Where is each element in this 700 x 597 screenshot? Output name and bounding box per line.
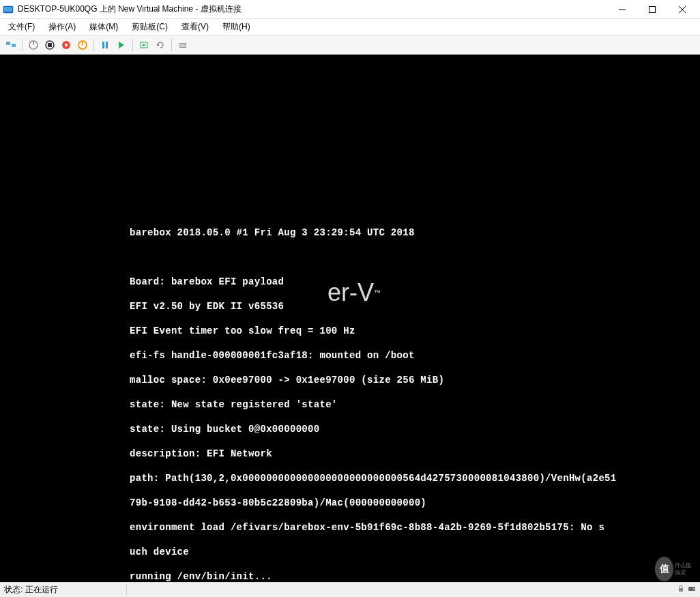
svg-rect-6	[6, 42, 10, 45]
svg-rect-3	[650, 6, 656, 12]
svg-rect-17	[106, 42, 108, 48]
disk-icon	[688, 585, 696, 595]
console-line: state: New state registered 'state'	[130, 398, 700, 411]
window-title: DESKTOP-5UK00QG 上的 New Virtual Machine -…	[18, 3, 607, 15]
minimize-button[interactable]	[607, 0, 637, 19]
turn-off-icon[interactable]	[43, 38, 57, 52]
menu-action[interactable]: 操作(A)	[44, 20, 80, 34]
toolbar-separator	[93, 39, 94, 51]
toolbar	[0, 35, 700, 55]
console-line: barebox 2018.05.0 #1 Fri Aug 3 23:29:54 …	[130, 227, 700, 239]
close-button[interactable]	[667, 0, 697, 19]
menu-clipboard[interactable]: 剪贴板(C)	[128, 20, 172, 34]
toolbar-separator	[22, 39, 23, 51]
status-indicators	[677, 585, 696, 595]
vm-console[interactable]: er-V™ barebox 2018.05.0 #1 Fri Aug 3 23:…	[0, 55, 700, 582]
pause-icon[interactable]	[98, 38, 112, 52]
console-line: efi-fs handle-000000001fc3af18: mounted …	[130, 349, 700, 362]
start-icon[interactable]	[27, 38, 40, 52]
smzdm-icon: 值	[655, 557, 673, 581]
menu-file[interactable]: 文件(F)	[4, 20, 39, 34]
console-line: EFI Event timer too slow freq = 100 Hz	[130, 325, 700, 337]
reset-icon[interactable]	[115, 38, 128, 52]
svg-marker-18	[119, 42, 124, 48]
save-icon[interactable]	[76, 38, 89, 52]
toolbar-separator	[132, 39, 133, 51]
console-line: malloc space: 0x0ee97000 -> 0x1ee97000 (…	[130, 374, 700, 386]
toolbar-separator	[171, 39, 172, 51]
menu-view[interactable]: 查看(V)	[177, 20, 213, 34]
share-icon[interactable]	[176, 38, 190, 52]
console-line: uch device	[130, 546, 700, 558]
svg-point-26	[693, 588, 695, 589]
menu-media[interactable]: 媒体(M)	[85, 20, 122, 34]
statusbar: 状态: 正在运行	[0, 582, 700, 597]
console-line: running /env/bin/init...	[130, 570, 700, 582]
svg-rect-16	[102, 42, 104, 48]
ctrl-alt-del-icon[interactable]	[4, 38, 18, 52]
revert-icon[interactable]	[154, 38, 167, 52]
maximize-button[interactable]	[637, 0, 667, 19]
svg-rect-24	[679, 588, 683, 592]
watermark-logo: 值 什么值得买	[655, 559, 696, 579]
console-line: path: Path(130,2,0x000000000000000000000…	[130, 472, 700, 484]
svg-point-13	[65, 44, 68, 46]
window-controls	[607, 0, 697, 19]
console-line: description: EFI Network	[130, 448, 700, 460]
checkpoint-icon[interactable]	[137, 38, 151, 52]
console-output: barebox 2018.05.0 #1 Fri Aug 3 23:29:54 …	[130, 214, 700, 582]
shutdown-icon[interactable]	[59, 38, 73, 52]
window-titlebar: DESKTOP-5UK00QG 上的 New Virtual Machine -…	[0, 0, 700, 19]
menubar: 文件(F) 操作(A) 媒体(M) 剪贴板(C) 查看(V) 帮助(H)	[0, 19, 700, 35]
status-text: 状态: 正在运行	[4, 584, 127, 596]
app-icon	[3, 4, 14, 15]
svg-rect-23	[180, 44, 186, 47]
console-line: environment load /efivars/barebox-env-5b…	[130, 521, 700, 534]
console-line: EFI v2.50 by EDK II v65536	[130, 300, 700, 312]
menu-help[interactable]: 帮助(H)	[218, 20, 254, 34]
console-line: 79b-9108-dd42-b653-80b5c22809ba)/Mac(000…	[130, 497, 700, 509]
svg-rect-1	[4, 7, 12, 12]
console-line: state: Using bucket 0@0x00000000	[130, 423, 700, 435]
svg-rect-11	[48, 43, 52, 47]
console-line: Board: barebox EFI payload	[130, 276, 700, 288]
svg-rect-7	[12, 44, 16, 47]
lock-icon	[677, 585, 685, 595]
svg-marker-20	[143, 44, 146, 46]
